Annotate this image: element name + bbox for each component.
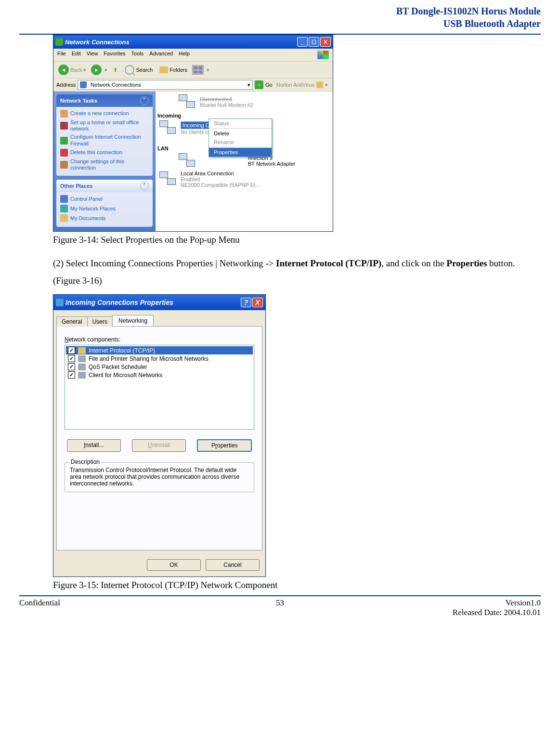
doc-header-2: USB Bluetooth Adapter bbox=[19, 17, 541, 30]
cancel-button[interactable]: Cancel bbox=[206, 559, 260, 571]
firewall-icon bbox=[60, 137, 68, 144]
network-components-label: NNetwork components:etwork components: bbox=[65, 336, 254, 343]
network-setup-icon bbox=[60, 122, 68, 130]
group-incoming: Incoming bbox=[157, 113, 331, 118]
tab-users[interactable]: Users bbox=[87, 316, 113, 327]
menu-view[interactable]: View bbox=[87, 51, 98, 59]
task-change-settings[interactable]: Change settings of this connection bbox=[60, 157, 149, 172]
checkbox-icon[interactable]: ✓ bbox=[68, 371, 75, 379]
separator bbox=[209, 128, 272, 129]
tab-networking[interactable]: Networking bbox=[112, 315, 154, 326]
delete-icon bbox=[60, 149, 68, 157]
component-file-printer[interactable]: ✓ File and Printer Sharing for Microsoft… bbox=[66, 354, 253, 363]
properties-button[interactable]: Properties bbox=[197, 439, 252, 452]
norton-icon bbox=[316, 81, 323, 88]
up-button[interactable]: ⬆ bbox=[110, 65, 120, 75]
footer-date: Released Date: 2004.10.01 bbox=[367, 608, 541, 617]
forward-button[interactable]: ► bbox=[91, 65, 102, 75]
connection-icon bbox=[179, 153, 197, 169]
place-control-panel[interactable]: Control Panel bbox=[60, 194, 149, 204]
window-icon bbox=[55, 38, 63, 46]
uninstall-button[interactable]: Uninstall bbox=[132, 439, 186, 452]
collapse-icon[interactable]: ⌃ bbox=[140, 182, 149, 190]
address-bar: Address Network Connections ▾ → Go Norto… bbox=[53, 79, 333, 92]
checkbox-icon[interactable]: ✓ bbox=[68, 347, 75, 354]
folder-icon bbox=[159, 66, 168, 73]
ok-button[interactable]: OK bbox=[147, 559, 201, 571]
panel-title: Network Tasks bbox=[60, 98, 97, 104]
menu-tools[interactable]: Tools bbox=[131, 51, 144, 59]
search-button[interactable]: Search bbox=[123, 64, 155, 76]
network-components-list[interactable]: ✓ Internet Protocol (TCP/IP) ✓ File and … bbox=[65, 345, 254, 430]
doc-header-1: BT Dongle-IS1002N Horus Module bbox=[19, 5, 541, 17]
dropdown-icon[interactable]: ▾ bbox=[247, 82, 250, 88]
checkbox-icon[interactable]: ✓ bbox=[68, 363, 75, 370]
separator bbox=[209, 147, 272, 147]
page-number: 53 bbox=[193, 598, 367, 617]
titlebar[interactable]: Network Connections _ ☐ X bbox=[53, 35, 333, 49]
task-create-connection[interactable]: Create a new connection bbox=[60, 109, 149, 118]
dialog-icon bbox=[56, 299, 64, 306]
toolbar-separator: ▾ bbox=[104, 67, 107, 73]
dialog-titlebar[interactable]: Incoming Connections Properties ? X bbox=[53, 295, 265, 310]
ctx-rename[interactable]: Rename bbox=[209, 138, 272, 146]
go-label: Go bbox=[265, 82, 273, 88]
tab-general[interactable]: General bbox=[56, 316, 88, 327]
figure-3-15-caption: Figure 3-15: Internet Protocol (TCP/IP) … bbox=[53, 580, 521, 590]
description-text: Transmission Control Protocol/Internet P… bbox=[70, 467, 249, 487]
incoming-connections-properties-dialog: Incoming Connections Properties ? X Gene… bbox=[53, 294, 266, 577]
maximize-button[interactable]: ☐ bbox=[309, 37, 319, 47]
connection-item[interactable]: DisconnectedBluelet Null Modem #2 bbox=[177, 93, 331, 111]
protocol-icon bbox=[78, 347, 86, 354]
panel-title: Other Places bbox=[60, 183, 92, 189]
instruction-paragraph: (2) Select Incoming Connections Properti… bbox=[53, 255, 521, 289]
page-footer: Confidential 53 Version1.0 Released Date… bbox=[19, 598, 541, 617]
new-connection-icon bbox=[60, 110, 68, 118]
help-button[interactable]: ? bbox=[241, 298, 251, 307]
documents-icon bbox=[60, 214, 68, 222]
menu-edit[interactable]: Edit bbox=[72, 51, 81, 59]
task-delete-connection[interactable]: Delete this connection bbox=[60, 148, 149, 157]
component-client-ms[interactable]: ✓ Client for Microsoft Networks bbox=[66, 371, 253, 379]
settings-icon bbox=[60, 161, 68, 169]
search-icon bbox=[125, 65, 134, 75]
component-tcpip[interactable]: ✓ Internet Protocol (TCP/IP) bbox=[66, 346, 253, 354]
norton-antivirus-toolbar[interactable]: Norton AntiVirus ▾ bbox=[274, 81, 330, 88]
place-my-documents[interactable]: My Documents bbox=[60, 213, 149, 223]
menu-favorites[interactable]: Favorites bbox=[104, 51, 125, 59]
menu-bar: File Edit View Favorites Tools Advanced … bbox=[53, 49, 333, 62]
local-area-connection-item[interactable]: Local Area Connection Enabled NE2000 Com… bbox=[157, 170, 331, 189]
collapse-icon[interactable]: ⌃ bbox=[140, 96, 149, 105]
address-input[interactable]: Network Connections ▾ bbox=[78, 80, 253, 90]
connections-pane[interactable]: DisconnectedBluelet Null Modem #2 Incomi… bbox=[156, 92, 333, 231]
networking-tab-pane: NNetwork components:etwork components: ✓… bbox=[56, 326, 262, 550]
menu-advanced[interactable]: Advanced bbox=[149, 51, 173, 59]
ctx-status[interactable]: Status bbox=[209, 119, 272, 128]
component-qos[interactable]: ✓ QoS Packet Scheduler bbox=[66, 363, 253, 371]
close-button[interactable]: X bbox=[252, 298, 263, 307]
side-pane: Network Tasks ⌃ Create a new connection … bbox=[53, 92, 156, 231]
menu-file[interactable]: File bbox=[57, 51, 66, 59]
task-setup-network[interactable]: Set up a home or small office network bbox=[60, 118, 149, 133]
minimize-button[interactable]: _ bbox=[297, 37, 308, 47]
group-lan: LAN bbox=[157, 145, 169, 151]
ctx-properties[interactable]: Properties bbox=[209, 148, 272, 157]
back-button[interactable]: ◄ Back ▾ bbox=[56, 64, 88, 76]
go-button[interactable]: → bbox=[255, 80, 263, 89]
search-label: Search bbox=[136, 67, 153, 73]
ctx-delete[interactable]: Delete bbox=[209, 129, 272, 138]
menu-help[interactable]: Help bbox=[179, 51, 190, 59]
back-label: Back bbox=[70, 67, 82, 73]
view-button[interactable] bbox=[192, 65, 204, 75]
tab-strip: General Users Networking bbox=[56, 315, 262, 326]
folders-button[interactable]: Folders bbox=[157, 66, 189, 74]
task-configure-firewall[interactable]: Configure Internet Connection Firewall bbox=[60, 133, 149, 147]
service-icon bbox=[78, 355, 86, 362]
network-tasks-panel: Network Tasks ⌃ Create a new connection … bbox=[56, 94, 153, 176]
network-connections-window: Network Connections _ ☐ X File Edit View… bbox=[53, 35, 333, 232]
close-button[interactable]: X bbox=[320, 37, 331, 47]
place-my-network[interactable]: My Network Places bbox=[60, 204, 149, 213]
install-button[interactable]: Install... bbox=[67, 439, 121, 452]
checkbox-icon[interactable]: ✓ bbox=[68, 355, 75, 362]
folders-label: Folders bbox=[169, 67, 187, 73]
